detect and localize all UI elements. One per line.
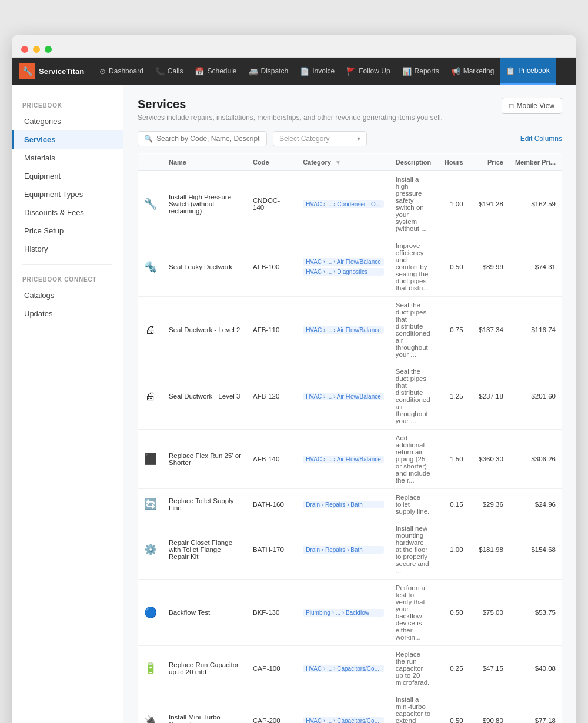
row-description: Improve efficiency and comfort by sealin… <box>390 237 437 297</box>
sidebar-item-materials[interactable]: Materials <box>12 149 123 167</box>
nav-calls[interactable]: 📞 Calls <box>149 58 189 85</box>
row-name: Replace Run Capacitor up to 20 mfd <box>163 646 247 691</box>
sidebar-item-history[interactable]: History <box>12 240 123 258</box>
nav-invoice[interactable]: 📄 Invoice <box>294 58 340 85</box>
row-hours: 0.50 <box>437 691 469 724</box>
reports-icon: 📊 <box>402 67 412 76</box>
row-member-price: $306.26 <box>509 430 562 489</box>
row-description: Perform a test to verify that your backf… <box>390 580 437 646</box>
row-icon: 🔋 <box>138 646 163 691</box>
page-header-left: Services Services include repairs, insta… <box>138 98 443 122</box>
pricebook-icon: 📋 <box>506 66 515 75</box>
sidebar-item-updates[interactable]: Updates <box>12 304 123 323</box>
search-icon: 🔍 <box>144 135 153 143</box>
nav-dashboard[interactable]: ⊙ Dashboard <box>93 58 149 85</box>
row-code: BATH-170 <box>247 520 297 580</box>
sidebar: PRICEBOOK Categories Services Materials … <box>12 85 123 723</box>
sidebar-item-catalogs[interactable]: Catalogs <box>12 286 123 304</box>
dashboard-icon: ⊙ <box>99 67 106 76</box>
nav-dispatch[interactable]: 🚐 Dispatch <box>243 58 295 85</box>
table-row[interactable]: 🔋Replace Run Capacitor up to 20 mfdCAP-1… <box>138 646 562 691</box>
category-select[interactable]: Select Category ▾ <box>273 131 367 146</box>
row-description: Seal the duct pipes that distribute cond… <box>390 297 437 363</box>
table-row[interactable]: ⬛Replace Flex Run 25' or ShorterAFB-140H… <box>138 430 562 489</box>
col-header-hours: Hours <box>437 154 469 171</box>
row-code: CNDOC-140 <box>247 171 297 237</box>
row-description: Install new mounting hardware at the flo… <box>390 520 437 580</box>
sidebar-item-discounts[interactable]: Discounts & Fees <box>12 203 123 222</box>
table-body: 🔧Install High Pressure Switch (without r… <box>138 171 562 724</box>
row-member-price: $77.18 <box>509 691 562 724</box>
edit-columns-button[interactable]: Edit Columns <box>520 135 562 143</box>
row-category: HVAC › ... › Air Flow/Balance <box>297 430 390 489</box>
row-hours: 0.50 <box>437 580 469 646</box>
nav-reports[interactable]: 📊 Reports <box>396 58 445 85</box>
sidebar-item-price-setup[interactable]: Price Setup <box>12 222 123 240</box>
row-name: Seal Leaky Ductwork <box>163 237 247 297</box>
row-icon: 🖨 <box>138 297 163 363</box>
app-body: PRICEBOOK Categories Services Materials … <box>12 85 576 723</box>
row-member-price: $162.59 <box>509 171 562 237</box>
search-input[interactable] <box>156 135 260 143</box>
col-header-price: Price <box>469 154 509 171</box>
nav-items: ⊙ Dashboard 📞 Calls 📅 Schedule 🚐 Dispatc… <box>93 58 569 85</box>
row-category: HVAC › ... › Air Flow/BalanceHVAC › ... … <box>297 237 390 297</box>
row-icon: ⬛ <box>138 430 163 489</box>
row-member-price: $24.96 <box>509 489 562 520</box>
table-row[interactable]: 🔧Install High Pressure Switch (without r… <box>138 171 562 237</box>
row-code: CAP-200 <box>247 691 297 724</box>
row-category: Plumbing › ... › Backflow <box>297 580 390 646</box>
sidebar-item-services[interactable]: Services <box>12 130 123 149</box>
nav-marketing[interactable]: 📢 Marketing <box>445 58 500 85</box>
main-content: Services Services include repairs, insta… <box>123 85 576 723</box>
nav-followup[interactable]: 🚩 Follow Up <box>340 58 396 85</box>
table-row[interactable]: 🔌Install Mini-Turbo CapacitorCAP-200HVAC… <box>138 691 562 724</box>
services-table: Name Code Category ▼ Description Hours P… <box>138 153 562 723</box>
row-icon: 🖨 <box>138 363 163 430</box>
page-subtitle: Services include repairs, installations,… <box>138 113 443 122</box>
row-member-price: $116.74 <box>509 297 562 363</box>
table-row[interactable]: 🖨Seal Ductwork - Level 3AFB-120HVAC › ..… <box>138 363 562 430</box>
row-price: $89.99 <box>469 237 509 297</box>
row-code: BKF-130 <box>247 580 297 646</box>
table-row[interactable]: 🔩Seal Leaky DuctworkAFB-100HVAC › ... › … <box>138 237 562 297</box>
close-dot[interactable] <box>21 46 28 53</box>
sidebar-item-equipment-types[interactable]: Equipment Types <box>12 185 123 203</box>
row-category: HVAC › ... › Condenser - O... <box>297 171 390 237</box>
row-hours: 0.15 <box>437 489 469 520</box>
invoice-icon: 📄 <box>300 67 309 76</box>
row-icon: 🔄 <box>138 489 163 520</box>
nav-schedule[interactable]: 📅 Schedule <box>189 58 242 85</box>
row-description: Install a high pressure safety switch on… <box>390 171 437 237</box>
row-category: Drain › Repairs › Bath <box>297 489 390 520</box>
maximize-dot[interactable] <box>45 46 52 53</box>
row-hours: 0.75 <box>437 297 469 363</box>
row-price: $90.80 <box>469 691 509 724</box>
table-row[interactable]: ⚙️Repair Closet Flange with Toilet Flang… <box>138 520 562 580</box>
row-price: $29.36 <box>469 489 509 520</box>
row-price: $360.30 <box>469 430 509 489</box>
sidebar-item-categories[interactable]: Categories <box>12 112 123 130</box>
minimize-dot[interactable] <box>33 46 40 53</box>
row-code: AFB-110 <box>247 297 297 363</box>
row-price: $47.15 <box>469 646 509 691</box>
row-name: Install High Pressure Switch (without re… <box>163 171 247 237</box>
row-price: $75.00 <box>469 580 509 646</box>
row-description: Install a mini-turbo capacitor to extend… <box>390 691 437 724</box>
sidebar-item-equipment[interactable]: Equipment <box>12 167 123 185</box>
row-code: AFB-140 <box>247 430 297 489</box>
row-code: AFB-120 <box>247 363 297 430</box>
sidebar-section-connect: PRICEBOOK CONNECT <box>12 270 123 286</box>
table-row[interactable]: 🔄Replace Toilet Supply LineBATH-160Drain… <box>138 489 562 520</box>
filter-icon: ▼ <box>335 159 341 166</box>
table-row[interactable]: 🔵Backflow TestBKF-130Plumbing › ... › Ba… <box>138 580 562 646</box>
nav-pricebook[interactable]: 📋 Pricebook <box>500 58 555 85</box>
row-description: Replace toilet supply line. <box>390 489 437 520</box>
row-hours: 1.00 <box>437 171 469 237</box>
mobile-view-icon: □ <box>509 102 513 110</box>
row-hours: 0.25 <box>437 646 469 691</box>
page-title: Services <box>138 98 443 111</box>
row-description: Add additional return air piping (25' or… <box>390 430 437 489</box>
table-row[interactable]: 🖨Seal Ductwork - Level 2AFB-110HVAC › ..… <box>138 297 562 363</box>
mobile-view-button[interactable]: □ Mobile View <box>502 98 562 114</box>
